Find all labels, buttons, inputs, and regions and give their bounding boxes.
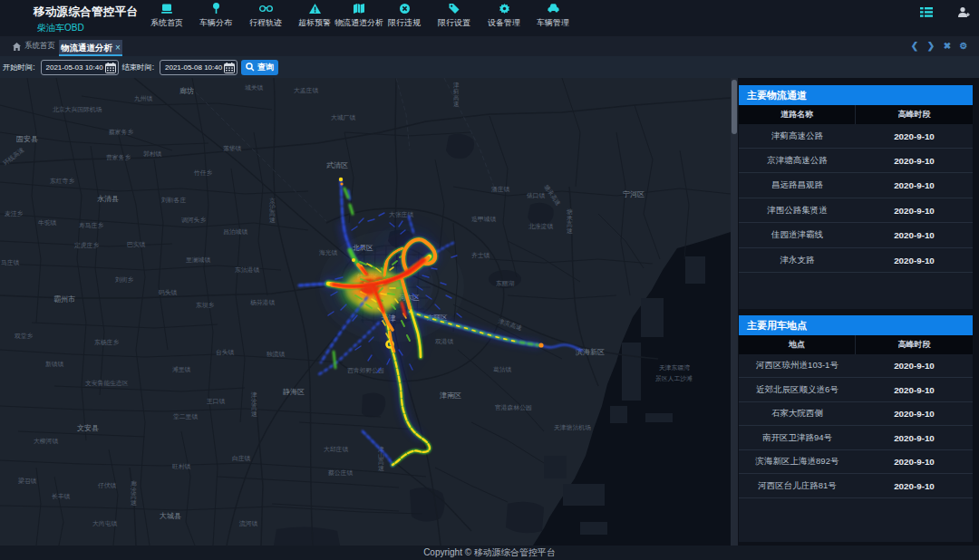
svg-text:寿马庄乡: 寿马庄乡: [79, 222, 103, 229]
svg-text:东丽湖: 东丽湖: [496, 280, 515, 287]
svg-text:梁召镇: 梁召镇: [18, 477, 37, 485]
svg-text:景区人工沙滩: 景区人工沙滩: [655, 375, 693, 382]
svg-text:曹家务乡: 曹家务乡: [106, 154, 131, 161]
svg-text:旺村镇: 旺村镇: [172, 463, 191, 470]
svg-text:造甲城镇: 造甲城镇: [471, 216, 496, 223]
svg-text:牛驼镇: 牛驼镇: [38, 219, 57, 227]
svg-text:霸州市: 霸州市: [53, 295, 75, 304]
svg-text:昌泊城镇: 昌泊城镇: [223, 228, 247, 236]
svg-text:郭村镇: 郭村镇: [143, 150, 162, 158]
svg-text:落垡镇: 落垡镇: [223, 145, 242, 152]
svg-text:里澜城镇: 里澜城镇: [186, 256, 210, 264]
svg-text:塘承高速: 塘承高速: [566, 208, 573, 234]
svg-text:双堂乡: 双堂乡: [15, 333, 34, 340]
svg-text:长丰镇: 长丰镇: [52, 493, 71, 500]
svg-text:刘街乡: 刘街乡: [115, 276, 134, 284]
svg-text:潘庄镇: 潘庄镇: [491, 186, 510, 193]
svg-text:永清县: 永清县: [97, 195, 119, 203]
svg-text:东杨庄乡: 东杨庄乡: [94, 339, 119, 346]
svg-text:王口镇: 王口镇: [207, 398, 226, 405]
svg-text:马庄镇: 马庄镇: [1, 259, 20, 266]
svg-text:宁河区: 宁河区: [623, 190, 645, 198]
svg-text:固安县: 固安县: [16, 135, 38, 143]
svg-text:大柳河镇: 大柳河镇: [34, 438, 58, 445]
svg-text:大邱庄镇: 大邱庄镇: [324, 446, 348, 453]
svg-text:津沧高速: 津沧高速: [250, 391, 257, 417]
svg-text:双港镇: 双港镇: [435, 338, 454, 345]
svg-text:海光镇: 海光镇: [319, 249, 338, 256]
svg-text:大城县: 大城县: [160, 512, 181, 520]
svg-text:文安县: 文安县: [77, 424, 99, 432]
svg-text:大城厂镇: 大城厂镇: [331, 114, 355, 121]
svg-text:京沪高速: 京沪高速: [269, 198, 276, 223]
svg-text:蔡家务乡: 蔡家务乡: [109, 129, 133, 136]
svg-text:独流镇: 独流镇: [267, 351, 286, 358]
svg-text:竹任乡: 竹任乡: [193, 169, 213, 177]
svg-text:东坝乡: 东坝乡: [196, 302, 215, 309]
svg-text:天津东疆湾: 天津东疆湾: [659, 364, 690, 372]
svg-text:城关镇: 城关镇: [244, 84, 264, 92]
svg-text:仔伏镇: 仔伏镇: [98, 482, 117, 489]
svg-text:北辰区: 北辰区: [353, 244, 373, 252]
svg-text:官港森林公园: 官港森林公园: [495, 404, 532, 411]
svg-text:武清区: 武清区: [326, 161, 348, 169]
svg-text:东红寺乡: 东红寺乡: [50, 178, 74, 185]
svg-text:北淮淀镇: 北淮淀镇: [528, 223, 553, 230]
svg-text:流河镇: 流河镇: [238, 520, 258, 527]
svg-text:津南区: 津南区: [440, 391, 461, 400]
svg-text:滩里镇: 滩里镇: [172, 366, 191, 373]
svg-text:东沽港镇: 东沽港镇: [235, 266, 259, 274]
svg-text:葛沽镇: 葛沽镇: [493, 366, 512, 373]
svg-text:大尚屯镇: 大尚屯镇: [92, 520, 117, 527]
svg-text:蔡公庄镇: 蔡公庄镇: [328, 469, 353, 477]
svg-text:津蓟高速: 津蓟高速: [453, 82, 460, 107]
svg-text:杨芬港镇: 杨芬港镇: [249, 299, 275, 306]
svg-text:俵口镇: 俵口镇: [527, 192, 546, 199]
svg-text:码头镇: 码头镇: [158, 289, 178, 296]
svg-text:北京大兴国际机场: 北京大兴国际机场: [53, 106, 102, 113]
svg-text:静海区: 静海区: [283, 388, 305, 396]
svg-text:巴实镇: 巴实镇: [127, 241, 146, 248]
svg-text:堂二里镇: 堂二里镇: [173, 413, 198, 420]
svg-text:新镇镇: 新镇镇: [45, 361, 64, 368]
svg-text:天津塘沽机场: 天津塘沽机场: [554, 424, 591, 431]
svg-text:文安鲁能生态区: 文安鲁能生态区: [85, 380, 129, 387]
svg-text:麦洼乡: 麦洼乡: [5, 210, 24, 217]
svg-text:白庄镇: 白庄镇: [232, 455, 251, 462]
svg-text:九州镇: 九州镇: [134, 95, 153, 102]
svg-text:定虎庄乡: 定虎庄乡: [74, 242, 99, 249]
svg-text:调河头乡: 调河头乡: [181, 217, 206, 224]
svg-text:齐士镇: 齐士镇: [471, 252, 490, 259]
svg-text:刘靳各庄: 刘靳各庄: [161, 197, 186, 204]
svg-text:大孟庄镇: 大孟庄镇: [294, 87, 318, 94]
svg-text:廊坊: 廊坊: [179, 87, 194, 95]
svg-text:廊沧高速: 廊沧高速: [131, 480, 137, 506]
svg-text:台头镇: 台头镇: [216, 349, 235, 356]
